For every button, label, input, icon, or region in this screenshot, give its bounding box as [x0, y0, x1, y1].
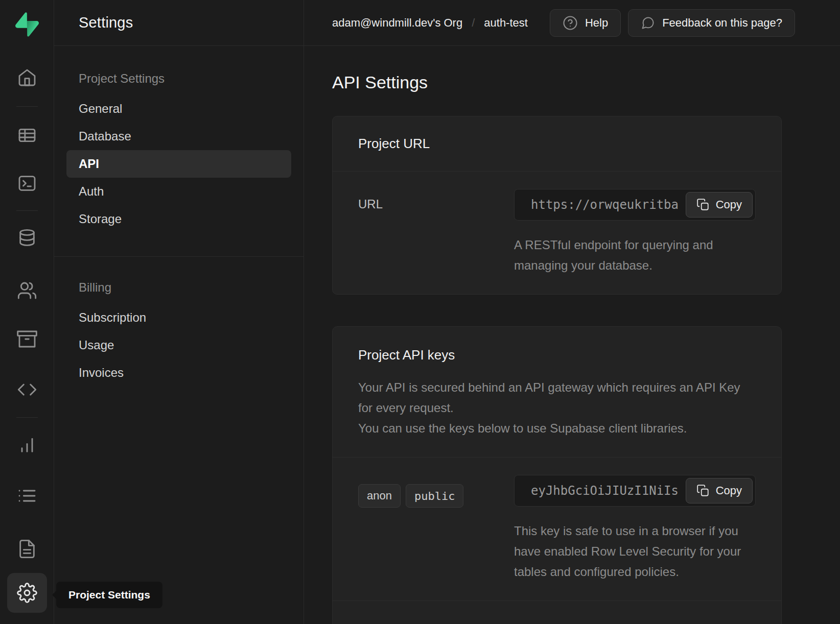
rail-divider	[16, 417, 38, 418]
help-button-label: Help	[585, 16, 608, 30]
feedback-button-label: Feedback on this page?	[662, 16, 782, 30]
sidebar-divider	[54, 256, 304, 257]
anon-key-value-col: eyJhbGciOiJIUzI1NiIsIn Copy This key is …	[514, 475, 756, 582]
project-settings-tooltip: Project Settings	[56, 582, 162, 608]
storage-icon[interactable]	[16, 328, 38, 350]
api-settings-page: API Settings Project URL URL https://orw…	[304, 46, 840, 624]
anon-key-label-col: anon public	[358, 475, 514, 582]
home-icon[interactable]	[16, 66, 38, 89]
api-keys-card-title: Project API keys	[358, 347, 756, 363]
sidebar-item-subscription[interactable]: Subscription	[54, 304, 304, 331]
auth-users-icon[interactable]	[16, 279, 38, 302]
card-tail	[333, 601, 781, 624]
rail-divider	[16, 106, 38, 107]
url-field-label: URL	[358, 197, 383, 211]
main-column: adam@windmill.dev's Org / auth-test Help…	[304, 0, 840, 624]
supabase-bolt-icon	[15, 12, 39, 37]
sidebar-item-storage[interactable]: Storage	[54, 205, 304, 233]
project-url-card-header: Project URL	[333, 116, 781, 172]
anon-key-field[interactable]: eyJhbGciOiJIUzI1NiIsIn Copy	[514, 475, 756, 507]
url-description: A RESTful endpoint for querying and mana…	[514, 235, 754, 276]
url-label-col: URL	[358, 189, 514, 276]
logs-icon[interactable]	[16, 485, 38, 507]
anon-key-value: eyJhbGciOiJIUzI1NiIsIn	[531, 484, 679, 498]
sidebar-nav: Project Settings General Database API Au…	[54, 46, 304, 387]
breadcrumb-org[interactable]: adam@windmill.dev's Org	[332, 16, 462, 30]
section-heading-billing: Billing	[54, 280, 304, 296]
breadcrumb-separator: /	[472, 16, 475, 30]
breadcrumb-project[interactable]: auth-test	[484, 16, 528, 30]
copy-anon-key-label: Copy	[716, 484, 742, 497]
public-badge: public	[406, 484, 463, 508]
sidebar-item-usage[interactable]: Usage	[54, 331, 304, 359]
sidebar-header: Settings	[54, 0, 304, 46]
top-bar: adam@windmill.dev's Org / auth-test Help…	[304, 0, 840, 46]
sidebar-item-database[interactable]: Database	[54, 123, 304, 150]
rail-divider	[16, 210, 38, 211]
project-url-value: https://orwqeukritbayp	[531, 198, 679, 212]
reports-icon[interactable]	[16, 434, 38, 456]
anon-key-badges: anon public	[358, 483, 514, 508]
anon-badge: anon	[358, 484, 401, 508]
table-editor-icon[interactable]	[16, 124, 38, 147]
sql-editor-icon[interactable]	[16, 172, 38, 195]
api-keys-card-header: Project API keys Your API is secured beh…	[333, 327, 781, 458]
database-icon[interactable]	[16, 227, 38, 250]
edge-functions-icon[interactable]	[16, 378, 38, 401]
sidebar-title: Settings	[79, 14, 133, 31]
url-field-row: URL https://orwqeukritbayp Copy	[333, 172, 781, 294]
speech-bubble-icon	[641, 16, 655, 30]
api-keys-intro-line2: You can use the keys below to use Supaba…	[358, 418, 756, 439]
settings-sidebar: Settings Project Settings General Databa…	[54, 0, 304, 624]
anon-key-description: This key is safe to use in a browser if …	[514, 521, 756, 582]
anon-key-row: anon public eyJhbGciOiJIUzI1NiIsIn Copy	[333, 458, 781, 601]
project-url-field[interactable]: https://orwqeukritbayp Copy	[514, 189, 756, 221]
url-value-col: https://orwqeukritbayp Copy A RESTful en…	[514, 189, 756, 276]
sidebar-item-api[interactable]: API	[66, 150, 291, 178]
icon-rail: Project Settings	[0, 0, 54, 624]
feedback-button[interactable]: Feedback on this page?	[628, 9, 795, 37]
project-settings-button[interactable]	[7, 573, 47, 613]
sidebar-item-general[interactable]: General	[54, 95, 304, 123]
help-button[interactable]: Help	[550, 9, 621, 37]
sidebar-item-invoices[interactable]: Invoices	[54, 359, 304, 387]
copy-icon	[696, 484, 710, 497]
section-heading-project-settings: Project Settings	[54, 71, 304, 87]
copy-anon-key-button[interactable]: Copy	[686, 478, 753, 503]
copy-url-label: Copy	[716, 198, 742, 211]
help-circle-icon	[563, 15, 578, 31]
copy-url-button[interactable]: Copy	[686, 192, 753, 218]
project-url-card-title: Project URL	[358, 136, 430, 152]
settings-gear-icon	[16, 582, 38, 604]
copy-icon	[696, 198, 710, 211]
sidebar-item-auth[interactable]: Auth	[54, 178, 304, 205]
api-keys-card: Project API keys Your API is secured beh…	[332, 326, 782, 624]
app-root: Project Settings Settings Project Settin…	[0, 0, 840, 624]
page-title: API Settings	[332, 73, 840, 92]
api-keys-intro-line1: Your API is secured behind an API gatewa…	[358, 377, 756, 418]
supabase-logo[interactable]	[15, 12, 39, 37]
api-docs-icon[interactable]	[16, 538, 38, 560]
project-url-card: Project URL URL https://orwqeukritbayp	[332, 116, 782, 295]
